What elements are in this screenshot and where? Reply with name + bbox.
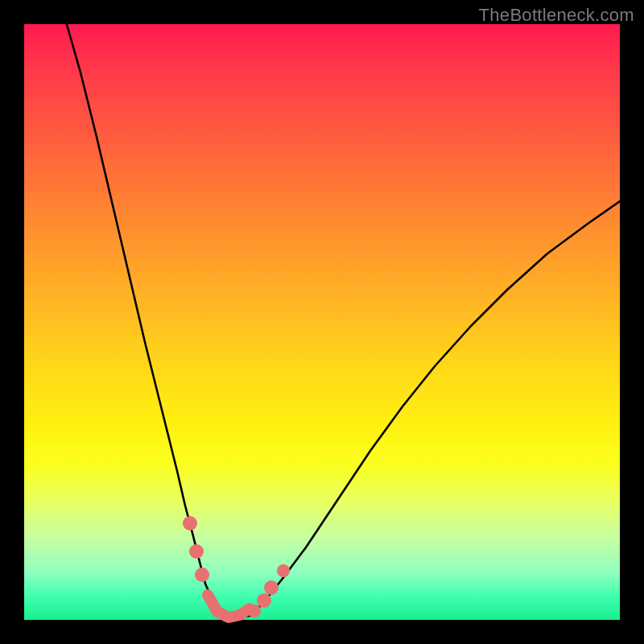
salmon-dot-4: [257, 593, 271, 608]
salmon-dot-5: [264, 580, 279, 595]
bottleneck-curve: [64, 16, 620, 618]
chart-svg: [24, 24, 620, 620]
salmon-dot-0: [183, 516, 197, 530]
salmon-trough-segment: [208, 595, 250, 617]
salmon-dot-1: [189, 544, 204, 559]
salmon-dot-3: [248, 605, 261, 617]
salmon-dots-group: [183, 516, 290, 617]
chart-plot-area: [24, 24, 620, 620]
salmon-dot-2: [195, 568, 209, 582]
watermark-text: TheBottleneck.com: [479, 5, 634, 26]
salmon-dot-6: [277, 564, 290, 577]
